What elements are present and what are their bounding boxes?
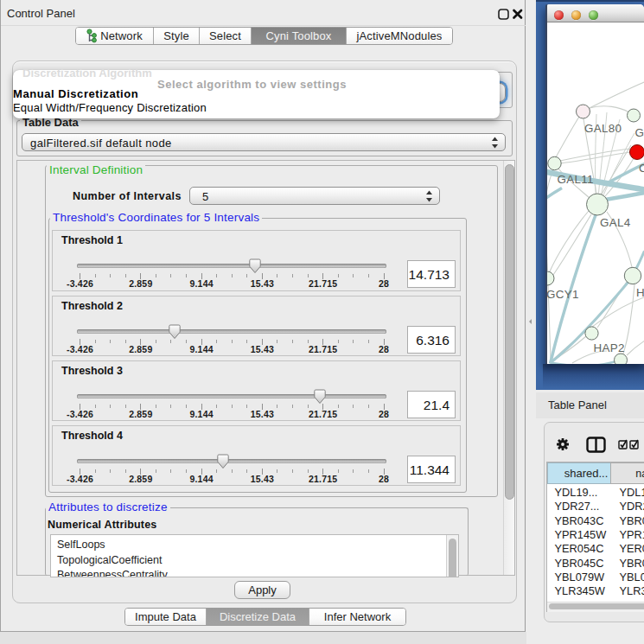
svg-text:HM: HM — [636, 286, 644, 299]
svg-text:GAL80: GAL80 — [584, 122, 622, 135]
svg-text:GCY1: GCY1 — [546, 288, 579, 301]
svg-text:GAL11: GAL11 — [558, 173, 594, 186]
svg-text:HAP2: HAP2 — [594, 341, 625, 354]
svg-text:GA: GA — [635, 126, 644, 139]
svg-text:CD: CD — [639, 162, 644, 175]
svg-text:GAL4: GAL4 — [600, 216, 631, 229]
